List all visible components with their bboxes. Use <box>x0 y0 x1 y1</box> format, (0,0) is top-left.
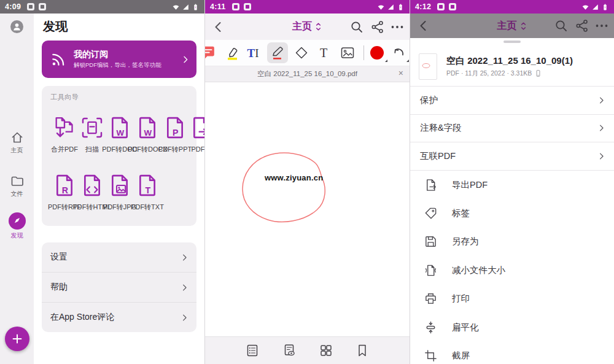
sheet-drag-handle[interactable] <box>503 41 521 43</box>
menu-item-label: 在App Store评论 <box>50 312 114 323</box>
merge-pdf-icon[interactable] <box>52 115 77 140</box>
overflow-menu-icon[interactable] <box>594 18 609 33</box>
action-save-as[interactable]: 另存为 <box>410 228 614 256</box>
editor-panel: 4:11 主页 <box>204 0 410 364</box>
action-reduce-file-size[interactable]: 减小文件大小 <box>410 256 614 284</box>
notification-icon <box>39 3 46 10</box>
comment-tool-icon[interactable] <box>204 45 216 61</box>
folder-icon <box>10 174 25 188</box>
subscription-banner[interactable]: 我的订阅 解锁PDF编辑，导出，签名等功能 <box>42 41 196 78</box>
pdf-to-jpg-icon[interactable] <box>107 173 132 198</box>
close-tab-icon[interactable]: × <box>398 69 403 77</box>
settings-menu-card: 设置 帮助 在App Store评论 <box>42 242 196 332</box>
search-icon[interactable] <box>349 20 364 34</box>
action-flatten[interactable]: 扁平化 <box>410 313 614 341</box>
battery-icon <box>192 3 200 11</box>
discover-content: 发现 我的订阅 解锁PDF编辑，导出，签名等功能 工具向导 <box>34 14 204 364</box>
sidebar-item-discover[interactable]: 发现 <box>0 212 34 240</box>
crop-icon <box>424 349 438 363</box>
sidebar-item-label: 发现 <box>11 232 23 239</box>
editor-bottom-toolbar <box>205 336 410 364</box>
menu-item-settings[interactable]: 设置 <box>42 242 196 272</box>
tool-label[interactable]: PDF转TXT <box>128 203 167 212</box>
outline-list-icon[interactable] <box>245 343 260 358</box>
plus-icon <box>10 332 24 346</box>
tab-filename: 空白 2022_11_25 16_10_09.pdf <box>257 69 357 79</box>
tool-label[interactable]: PDF转 <box>182 145 204 154</box>
chevron-right-icon <box>597 96 606 105</box>
pencil-tool-icon[interactable] <box>267 42 288 63</box>
eraser-tool-icon[interactable] <box>293 45 309 61</box>
section-protect[interactable]: 保护 <box>410 86 614 114</box>
section-label: 互联PDF <box>420 150 456 162</box>
sidebar-item-label: 文件 <box>11 190 23 197</box>
pdf-to-docx-icon[interactable]: W <box>135 115 160 140</box>
svg-text:P: P <box>173 128 178 137</box>
pdf-canvas[interactable]: www.ziyuan.cn <box>205 82 410 336</box>
sidebar-item-home[interactable]: 主页 <box>0 130 34 155</box>
pdf-to-txt-icon[interactable]: T <box>135 173 160 198</box>
pdf-to-doc-icon[interactable]: W <box>107 115 132 140</box>
ink-color-tool-icon[interactable] <box>369 45 385 61</box>
sidebar-item-files[interactable]: 文件 <box>0 174 34 198</box>
discover-panel: 4:09 主页 文件 <box>0 0 204 364</box>
bookmark-icon[interactable] <box>355 343 370 358</box>
menu-item-review[interactable]: 在App Store评论 <box>42 302 196 332</box>
image-tool-icon[interactable] <box>340 45 356 61</box>
shrink-file-icon <box>424 263 438 277</box>
undo-icon[interactable] <box>391 45 406 61</box>
subscription-subtitle: 解锁PDF编辑，导出，签名等功能 <box>74 61 166 69</box>
add-fab-button[interactable] <box>5 327 29 351</box>
status-time: 4:09 <box>5 2 21 11</box>
battery-icon <box>397 3 405 11</box>
share-icon[interactable] <box>575 18 589 33</box>
action-screenshot[interactable]: 截屏 <box>410 341 614 364</box>
section-annotations-fields[interactable]: 注释&字段 <box>410 114 614 142</box>
action-label: 截屏 <box>452 350 470 362</box>
notification-icon <box>27 3 34 10</box>
menu-item-help[interactable]: 帮助 <box>42 272 196 302</box>
avatar[interactable] <box>10 20 23 33</box>
pdf-convert-icon[interactable] <box>189 115 204 140</box>
share-icon[interactable] <box>370 20 385 34</box>
action-tags[interactable]: 标签 <box>410 199 614 227</box>
file-name: 空白 2022_11_25 16_10_09(1) <box>446 55 606 67</box>
chevron-right-icon <box>180 313 189 322</box>
action-print[interactable]: 打印 <box>410 285 614 313</box>
scan-icon[interactable] <box>80 115 104 140</box>
thumbnails-grid-icon[interactable] <box>319 343 333 358</box>
rss-icon <box>50 52 66 68</box>
save-icon <box>424 234 438 249</box>
menu-item-label: 设置 <box>50 252 68 263</box>
nav-title: 主页 <box>497 20 517 33</box>
status-time: 4:11 <box>210 2 226 11</box>
printer-icon <box>424 292 438 306</box>
pdf-to-ppt-icon[interactable]: P <box>163 115 187 140</box>
signal-icon <box>591 3 599 11</box>
pdf-to-html-icon[interactable] <box>80 173 104 198</box>
chevron-right-icon <box>180 283 189 292</box>
wifi-icon <box>377 3 385 11</box>
action-label: 导出PDF <box>452 179 488 191</box>
pdf-to-rtf-icon[interactable]: R <box>52 173 77 198</box>
notification-icon <box>244 3 251 10</box>
toolbar-separator <box>363 45 364 60</box>
section-label: 注释&字段 <box>420 122 462 134</box>
ink-annotation <box>205 82 410 336</box>
chevron-right-icon <box>181 55 190 64</box>
document-menu-panel: 4:12 主页 <box>410 0 614 364</box>
page-preview-icon[interactable] <box>282 343 297 358</box>
text-insert-tool-icon[interactable]: TI <box>245 45 261 61</box>
page-title: 发现 <box>43 18 68 35</box>
search-icon[interactable] <box>554 18 569 33</box>
expandable-sections: 保护 注释&字段 互联PDF <box>410 86 614 170</box>
text-tool-icon[interactable]: T <box>316 45 332 61</box>
document-tab[interactable]: 空白 2022_11_25 16_10_09.pdf × <box>205 66 410 82</box>
section-connected-pdf[interactable]: 互联PDF <box>410 142 614 170</box>
notification-icon <box>232 3 239 10</box>
home-icon <box>10 130 25 145</box>
action-export-pdf[interactable]: 导出PDF <box>410 171 614 199</box>
screen: 4:09 主页 文件 <box>0 0 614 364</box>
highlighter-tool-icon[interactable] <box>225 45 241 61</box>
overflow-menu-icon[interactable] <box>390 20 405 34</box>
